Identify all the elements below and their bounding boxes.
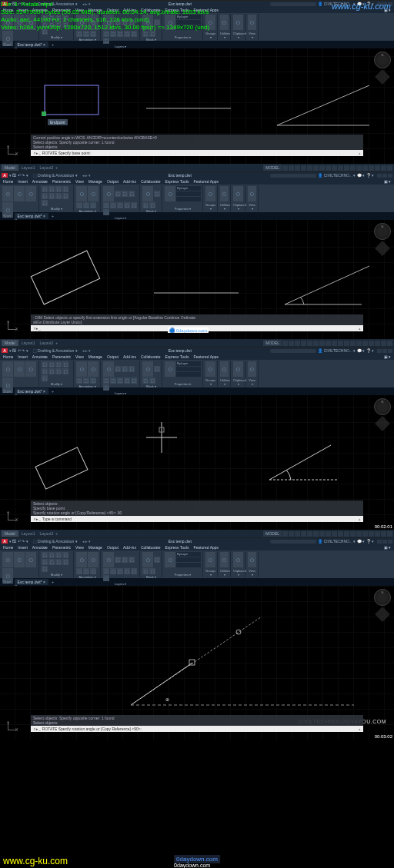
status-toggle-icon[interactable] [332, 531, 337, 537]
status-toggle-icon[interactable] [375, 165, 380, 171]
maximize-icon[interactable] [382, 174, 387, 178]
menu-item[interactable]: Add-ins [123, 179, 136, 184]
ribbon-tool-icon[interactable]: ⬚ [48, 559, 55, 565]
drawing-canvas[interactable]: YXEndpointCurrent positive angle in WCS:… [0, 48, 394, 164]
ribbon-tool-icon[interactable]: ⬚ [48, 186, 55, 192]
ribbon-tool-icon[interactable]: ▢ [233, 552, 243, 567]
space-label[interactable]: MODEL [263, 530, 282, 537]
layout-tab[interactable]: Layout1 [19, 340, 38, 346]
status-toggle-icon[interactable] [332, 341, 337, 346]
ribbon-tool-icon[interactable]: ⬚ [149, 568, 155, 574]
menu-item[interactable]: Parametric [52, 354, 71, 359]
menu-item[interactable]: Home [3, 179, 13, 184]
start-tab[interactable]: Start [3, 580, 12, 584]
status-toggle-icon[interactable] [362, 531, 368, 537]
search-input[interactable] [270, 349, 316, 353]
file-tab[interactable]: Esc temp.dwt* × [15, 388, 48, 394]
ribbon-tool-icon[interactable]: ▢ [205, 552, 215, 567]
ribbon-tool-icon[interactable]: ▢ [103, 361, 114, 377]
status-toggle-icon[interactable] [350, 341, 356, 346]
ribbon-tool-icon[interactable]: ▢ [142, 361, 153, 377]
ribbon-tool-icon[interactable]: ⬚ [62, 186, 68, 192]
ribbon-tool-icon[interactable]: ⬚ [103, 377, 109, 384]
status-toggle-icon[interactable] [326, 341, 331, 346]
ribbon-tool-icon[interactable]: ⬚ [48, 552, 55, 558]
status-toggle-icon[interactable] [350, 165, 356, 171]
qat-icon[interactable]: ▾ 🖫 ↶ ↷ ▾ [9, 539, 28, 544]
layer-dropdown[interactable]: ByLayer [176, 361, 201, 366]
ribbon-tool-icon[interactable]: ▢ [14, 186, 25, 201]
ribbon-tool-icon[interactable]: ⬚ [103, 568, 109, 574]
menu-item[interactable]: Insert [18, 545, 28, 550]
status-toggle-icon[interactable] [387, 341, 392, 346]
status-toggle-icon[interactable] [375, 531, 380, 537]
ribbon-tool-icon[interactable]: ⬚ [103, 384, 109, 391]
status-toggle-icon[interactable] [301, 341, 306, 346]
ribbon-tool-icon[interactable]: ⬚ [62, 552, 68, 558]
status-toggle-icon[interactable] [369, 531, 374, 537]
status-toggle-icon[interactable] [350, 531, 356, 537]
drawing-canvas[interactable]: YX🔵 0daydown.com- DIM Select objects or … [0, 220, 394, 339]
status-toggle-icon[interactable] [338, 165, 343, 171]
menu-item[interactable]: Express Tools [165, 179, 189, 184]
ribbon-tool-icon[interactable]: ⬚ [103, 202, 109, 208]
ribbon-tool-icon[interactable]: ⬚ [42, 566, 48, 572]
status-toggle-icon[interactable] [387, 531, 392, 537]
ribbon-tool-icon[interactable]: ▢ [103, 552, 114, 567]
search-input[interactable] [270, 174, 316, 178]
command-input[interactable]: ✕ ▸_ROTATE Specify rotation angle or [Co… [31, 726, 363, 732]
status-toggle-icon[interactable] [344, 341, 349, 346]
status-toggle-icon[interactable] [381, 341, 386, 346]
ribbon-tool-icon[interactable]: ▢ [142, 186, 153, 201]
maximize-icon[interactable] [382, 349, 387, 353]
model-tab[interactable]: Model [2, 340, 18, 346]
user-menu[interactable]: 👤 CIVILTECHNO... ▾ 💬 ▾ ❔ ▾ [318, 173, 374, 178]
ribbon-tool-icon[interactable]: ▢ [14, 361, 25, 377]
ribbon-tool-icon[interactable]: ⬚ [55, 559, 62, 565]
status-toggle-icon[interactable] [307, 341, 312, 346]
ribbon-tool-icon[interactable]: ⬚ [90, 377, 96, 384]
status-toggle-icon[interactable] [338, 531, 343, 537]
close-icon[interactable] [388, 174, 392, 178]
menu-item[interactable]: Manage [88, 354, 102, 359]
ribbon-tool-icon[interactable]: ⬚ [42, 193, 48, 199]
new-tab-icon[interactable]: + [52, 214, 55, 218]
ribbon-tool-icon[interactable]: ▢ [25, 361, 36, 377]
workspace-dropdown[interactable]: ⬚ Drafting & Annotation ▾ [33, 348, 78, 353]
menu-item[interactable]: Insert [18, 179, 28, 184]
status-toggle-icon[interactable] [313, 165, 319, 171]
status-toggle-icon[interactable] [301, 165, 306, 171]
status-toggle-icon[interactable] [381, 531, 386, 537]
layout-tab[interactable]: Layout2 [37, 530, 55, 537]
ribbon-tool-icon[interactable]: ⬚ [131, 377, 137, 384]
ribbon-tool-icon[interactable]: ⬚ [142, 377, 149, 384]
qat-icon[interactable]: ▾ 🖫 ↶ ↷ ▾ [9, 348, 28, 353]
status-toggle-icon[interactable] [338, 341, 343, 346]
start-tab[interactable]: Start [3, 42, 12, 47]
ribbon-collapse-icon[interactable]: ▣ ▾ [384, 545, 391, 550]
menu-item[interactable]: Output [107, 179, 119, 184]
ribbon-tool-icon[interactable]: ⬚ [117, 202, 123, 208]
status-toggle-icon[interactable] [282, 165, 288, 171]
add-layout-icon[interactable]: + [55, 341, 58, 345]
ribbon-tool-icon[interactable]: ⬚ [42, 368, 48, 374]
start-tab[interactable]: Start [3, 389, 12, 394]
drawing-canvas[interactable]: YX⊕CIVILTECHNOLOGY4YOU.COMSelect objects… [0, 586, 394, 740]
menu-item[interactable]: Annotate [32, 545, 48, 550]
ribbon-tool-icon[interactable]: ⬚ [142, 568, 149, 574]
ribbon-tool-icon[interactable]: ▢ [220, 361, 229, 377]
status-toggle-icon[interactable] [369, 341, 374, 346]
menu-item[interactable]: Express Tools [165, 545, 189, 550]
status-toggle-icon[interactable] [282, 531, 288, 537]
ribbon-tool-icon[interactable]: ▢ [142, 552, 153, 567]
status-toggle-icon[interactable] [362, 165, 368, 171]
ribbon-tool-icon[interactable]: ⬚ [129, 557, 135, 563]
ribbon-tool-icon[interactable]: ⬚ [62, 361, 68, 367]
ribbon-tool-icon[interactable]: ▢ [220, 552, 229, 567]
ribbon-tool-icon[interactable]: ⬚ [117, 377, 123, 384]
ribbon-tool-icon[interactable]: ⬚ [76, 377, 82, 384]
ribbon-tool-icon[interactable]: ⬚ [90, 568, 96, 574]
status-toggle-icon[interactable] [289, 165, 294, 171]
ribbon-tool-icon[interactable]: ⬚ [122, 366, 128, 372]
minimize-icon[interactable] [377, 349, 382, 353]
